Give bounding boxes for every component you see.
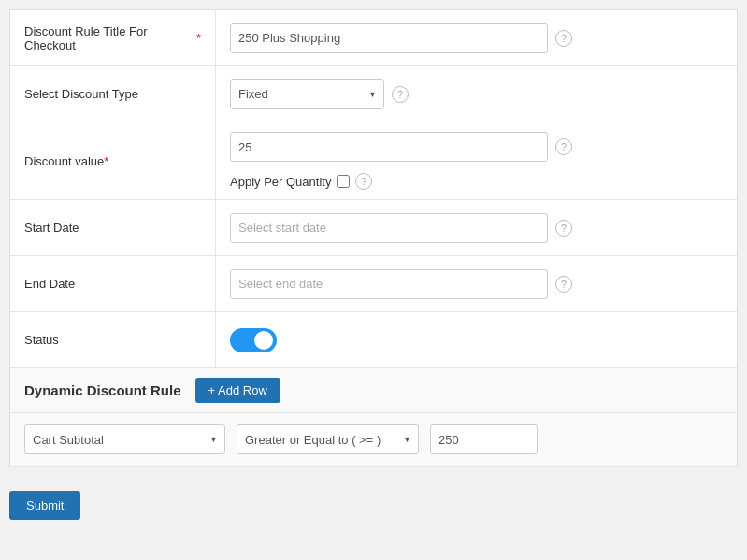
- title-label: Discount Rule Title For Checkout*: [10, 10, 216, 65]
- title-help-icon[interactable]: ?: [555, 30, 572, 47]
- dynamic-section: Dynamic Discount Rule + Add Row Cart Sub…: [10, 368, 737, 467]
- apply-per-qty-checkbox[interactable]: [337, 175, 350, 188]
- status-label: Status: [10, 312, 216, 367]
- per-qty-help-icon[interactable]: ?: [355, 173, 372, 190]
- title-input-row: ?: [230, 23, 572, 53]
- end-date-label: End Date: [10, 256, 216, 311]
- title-field: ?: [216, 14, 737, 63]
- end-date-field: ?: [216, 260, 737, 309]
- discount-value-field: ? Apply Per Quantity ?: [216, 122, 737, 199]
- dynamic-value-input[interactable]: [430, 424, 538, 454]
- discount-type-select[interactable]: Fixed Percentage: [230, 79, 384, 109]
- discount-type-help-icon[interactable]: ?: [392, 86, 409, 103]
- status-row: Status: [10, 312, 737, 368]
- start-date-row: Start Date ?: [10, 200, 737, 256]
- per-qty-label: Apply Per Quantity: [230, 175, 331, 189]
- end-date-help-icon[interactable]: ?: [555, 276, 572, 293]
- discount-type-field: Fixed Percentage ?: [216, 70, 737, 119]
- add-row-button[interactable]: + Add Row: [195, 378, 280, 403]
- condition-select-wrapper: Greater or Equal to ( >= ) Greater than …: [237, 424, 419, 454]
- per-qty-row: Apply Per Quantity ?: [230, 173, 372, 190]
- discount-type-label: Select Discount Type: [10, 66, 216, 122]
- status-field: [216, 319, 737, 362]
- start-date-field: ?: [216, 204, 737, 252]
- cart-select[interactable]: Cart Subtotal Cart Total Item Count: [24, 424, 225, 454]
- dynamic-section-title: Dynamic Discount Rule: [24, 382, 181, 398]
- end-date-row: End Date ?: [10, 256, 737, 312]
- submit-area: Submit: [0, 477, 747, 534]
- start-date-help-icon[interactable]: ?: [555, 220, 572, 237]
- condition-select[interactable]: Greater or Equal to ( >= ) Greater than …: [237, 424, 419, 454]
- discount-value-input-row: ?: [230, 132, 572, 162]
- end-date-input[interactable]: [230, 269, 548, 299]
- title-row: Discount Rule Title For Checkout* ?: [10, 10, 737, 66]
- discount-value-input[interactable]: [230, 132, 548, 162]
- status-toggle[interactable]: [230, 328, 277, 352]
- dynamic-header: Dynamic Discount Rule + Add Row: [10, 368, 737, 413]
- end-date-input-row: ?: [230, 269, 572, 299]
- discount-value-label: Discount value*: [10, 122, 216, 199]
- discount-form: Discount Rule Title For Checkout* ? Sele…: [9, 9, 738, 467]
- start-date-label: Start Date: [10, 200, 216, 255]
- discount-type-row: Select Discount Type Fixed Percentage ?: [10, 66, 737, 122]
- start-date-input[interactable]: [230, 213, 548, 243]
- discount-value-row: Discount value* ? Apply Per Quantity ?: [10, 122, 737, 200]
- cart-select-wrapper: Cart Subtotal Cart Total Item Count: [24, 424, 225, 454]
- toggle-slider: [230, 328, 277, 352]
- discount-type-input-row: Fixed Percentage ?: [230, 79, 409, 109]
- discount-type-select-wrapper: Fixed Percentage: [230, 79, 384, 109]
- title-input[interactable]: [230, 23, 548, 53]
- dynamic-row: Cart Subtotal Cart Total Item Count Grea…: [10, 413, 737, 466]
- submit-button[interactable]: Submit: [9, 491, 80, 520]
- start-date-input-row: ?: [230, 213, 572, 243]
- discount-value-help-icon[interactable]: ?: [555, 138, 572, 155]
